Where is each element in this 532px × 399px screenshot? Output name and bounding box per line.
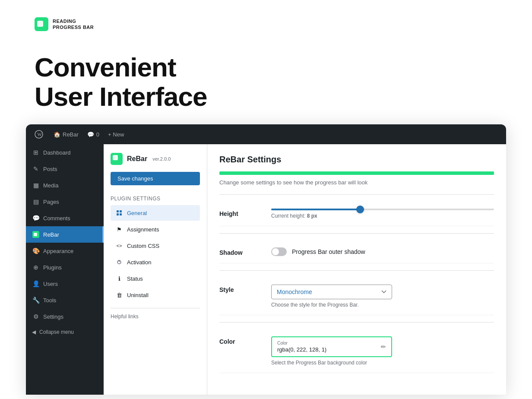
helpful-links-label: Helpful links <box>111 314 200 320</box>
wp-content: ReBar ver.2.0.0 Save changes Plugin sett… <box>104 144 506 395</box>
users-icon: 👤 <box>32 280 40 288</box>
plugin-nav-label: Custom CSS <box>127 243 159 249</box>
media-icon: ▦ <box>32 181 40 189</box>
uninstall-icon: 🗑 <box>116 291 123 298</box>
color-label: Color <box>219 336 271 345</box>
sidebar-item-media[interactable]: ▦ Media <box>26 177 104 193</box>
home-icon: 🏠 <box>54 131 60 138</box>
comments-icon: 💬 <box>87 131 94 138</box>
plugin-nav-css[interactable]: <> Custom CSS <box>111 238 200 253</box>
shadow-toggle-label: Progress Bar outer shadow <box>292 248 365 255</box>
settings-divider-4 <box>219 322 494 323</box>
svg-rect-9 <box>117 213 119 215</box>
plugin-nav-general[interactable]: General <box>111 205 200 221</box>
sidebar-item-label: Dashboard <box>43 149 71 156</box>
hero-title-line2: User Interface <box>35 82 497 111</box>
plugin-nav-assignments[interactable]: ⚑ Assignments <box>111 222 200 237</box>
sidebar-item-label: ReBar <box>43 231 59 238</box>
hero-title-line1: Convenient <box>35 53 497 82</box>
tools-icon: 🔧 <box>32 296 40 304</box>
plugin-nav-status[interactable]: ℹ Status <box>111 271 200 286</box>
sidebar-item-settings[interactable]: ⚙ Settings <box>26 308 104 325</box>
comments-count: 0 <box>96 131 99 138</box>
posts-icon: ✎ <box>32 165 40 173</box>
color-input-wrapper[interactable]: Color rgba(0, 222, 128, 1) ✏ <box>271 336 392 357</box>
admin-bar-site-name: ReBar <box>63 131 79 138</box>
admin-bar-comments[interactable]: 💬 0 <box>87 131 99 138</box>
progress-preview-bar <box>219 171 494 175</box>
plugin-nav-label: General <box>127 210 147 216</box>
wp-sidebar: ⊞ Dashboard ✎ Posts ▦ Media ▤ Pages 💬 Co… <box>26 144 104 395</box>
sidebar-item-label: Pages <box>43 199 59 205</box>
collapse-menu-item[interactable]: ◀ Collapse menu <box>26 325 104 339</box>
sidebar-item-label: Appearance <box>43 248 73 254</box>
wp-main: ⊞ Dashboard ✎ Posts ▦ Media ▤ Pages 💬 Co… <box>26 144 506 395</box>
plugin-logo <box>111 153 123 165</box>
shadow-toggle[interactable] <box>271 247 287 256</box>
plugin-sidebar: ReBar ver.2.0.0 Save changes Plugin sett… <box>104 144 207 395</box>
sidebar-item-label: Comments <box>43 215 70 222</box>
sidebar-item-posts[interactable]: ✎ Posts <box>26 161 104 177</box>
svg-rect-8 <box>117 210 119 212</box>
wp-logo[interactable]: W <box>33 128 45 140</box>
color-hint: Select the Progress Bar background color <box>271 360 494 366</box>
admin-bar-new[interactable]: + New <box>108 131 124 138</box>
height-current-value: Current height: 8 px <box>271 213 494 219</box>
plugin-header: ReBar ver.2.0.0 <box>111 153 200 165</box>
svg-rect-1 <box>37 21 43 27</box>
dashboard-icon: ⊞ <box>32 149 40 156</box>
sidebar-item-users[interactable]: 👤 Users <box>26 276 104 292</box>
brand-logo <box>35 17 48 31</box>
shadow-setting-row: Shadow Progress Bar outer shadow <box>219 241 494 263</box>
plugin-nav-label: Uninstall <box>127 292 149 298</box>
css-icon: <> <box>116 242 123 249</box>
status-icon: ℹ <box>116 275 123 282</box>
settings-title: ReBar Settings <box>219 155 494 165</box>
plugin-name: ReBar <box>127 155 147 163</box>
sidebar-item-tools[interactable]: 🔧 Tools <box>26 292 104 308</box>
plugin-nav-label: Assignments <box>127 226 159 233</box>
shadow-control: Progress Bar outer shadow <box>271 247 494 256</box>
height-control: Current height: 8 px <box>271 209 494 219</box>
hero-title: Convenient User Interface <box>35 53 497 111</box>
plugin-nav-uninstall[interactable]: 🗑 Uninstall <box>111 287 200 303</box>
settings-divider-1 <box>219 194 494 195</box>
color-section-label: Color <box>277 341 326 345</box>
activation-icon <box>116 259 123 266</box>
sidebar-item-dashboard[interactable]: ⊞ Dashboard <box>26 144 104 161</box>
save-changes-button[interactable]: Save changes <box>111 172 200 185</box>
sidebar-item-appearance[interactable]: 🎨 Appearance <box>26 243 104 259</box>
sidebar-item-label: Settings <box>43 314 63 320</box>
admin-bar-home[interactable]: 🏠 ReBar <box>54 131 79 138</box>
height-slider-track[interactable] <box>271 209 494 210</box>
style-select[interactable]: Monochrome Gradient Custom <box>271 285 392 299</box>
sidebar-item-pages[interactable]: ▤ Pages <box>26 193 104 210</box>
wp-ui-wrapper: W 🏠 ReBar 💬 0 + New ⊞ Dashboard ✎ Posts <box>26 124 506 395</box>
color-control: Color rgba(0, 222, 128, 1) ✏ Select the … <box>271 336 494 366</box>
toggle-knob <box>272 248 279 255</box>
style-hint: Choose the style for the Progress Bar. <box>271 302 494 308</box>
rebar-icon <box>32 231 40 238</box>
sidebar-divider <box>111 308 200 308</box>
assignments-icon: ⚑ <box>116 226 123 233</box>
new-label: + New <box>108 131 124 138</box>
collapse-label: Collapse menu <box>39 329 74 335</box>
svg-text:W: W <box>38 132 42 137</box>
sidebar-item-label: Users <box>43 281 58 287</box>
height-label: Height <box>219 209 271 217</box>
sidebar-item-comments[interactable]: 💬 Comments <box>26 210 104 226</box>
height-value: 8 px <box>307 213 317 219</box>
sidebar-item-rebar[interactable]: ReBar <box>26 226 104 243</box>
top-section: READING PROGRESS BAR Convenient User Int… <box>0 0 532 124</box>
general-icon <box>116 209 123 216</box>
height-slider-thumb[interactable] <box>356 206 364 213</box>
plugin-nav-activation[interactable]: Activation <box>111 254 200 270</box>
comments-side-icon: 💬 <box>32 214 40 222</box>
svg-rect-7 <box>113 155 118 160</box>
color-edit-icon[interactable]: ✏ <box>381 343 386 350</box>
style-control: Monochrome Gradient Custom Choose the st… <box>271 285 494 308</box>
collapse-icon: ◀ <box>32 329 36 335</box>
plugin-version: ver.2.0.0 <box>152 156 171 162</box>
sidebar-item-plugins[interactable]: ⊕ Plugins <box>26 259 104 276</box>
settings-icon: ⚙ <box>32 313 40 320</box>
